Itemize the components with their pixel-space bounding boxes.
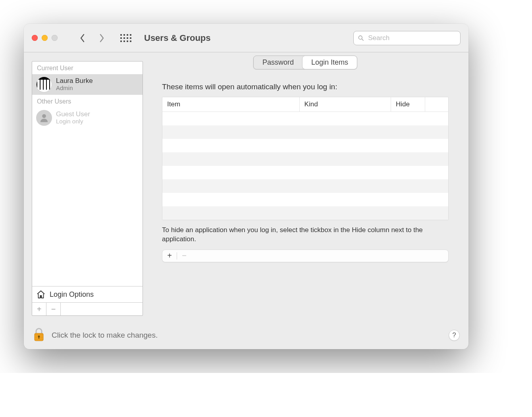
close-window-button[interactable] (32, 35, 38, 41)
show-all-button[interactable] (120, 34, 131, 42)
footer: Click the lock to make changes. ? (24, 321, 468, 349)
login-options-button[interactable]: Login Options (32, 286, 143, 302)
svg-line-1 (362, 39, 363, 40)
user-name: Laura Burke (56, 77, 93, 85)
table-row[interactable] (162, 125, 448, 139)
add-login-item-button[interactable]: + (162, 250, 177, 262)
column-item[interactable]: Item (162, 97, 300, 111)
person-icon (39, 113, 49, 123)
window-controls (32, 35, 58, 41)
remove-user-button[interactable]: − (46, 303, 61, 315)
minimize-window-button[interactable] (42, 35, 48, 41)
other-users-section-label: Other Users (32, 95, 143, 108)
lock-icon (33, 327, 45, 342)
lock-button[interactable] (33, 327, 45, 344)
login-items-hint: To hide an application when you log in, … (162, 226, 449, 244)
sidebar-user-guest[interactable]: Guest User Login only (32, 108, 143, 128)
search-field[interactable] (353, 31, 461, 45)
login-options-label: Login Options (50, 290, 94, 299)
user-role: Login only (56, 118, 90, 125)
table-row[interactable] (162, 166, 448, 179)
help-button[interactable]: ? (449, 330, 460, 341)
table-row[interactable] (162, 206, 448, 220)
current-user-section-label: Current User (32, 61, 143, 74)
content-area: Current User Laura Burke Admin Other Use… (24, 52, 468, 321)
tab-password[interactable]: Password (254, 56, 303, 69)
chevron-right-icon (98, 33, 105, 43)
column-kind[interactable]: Kind (300, 97, 391, 111)
login-items-intro: These items will open automatically when… (162, 83, 449, 91)
chevron-left-icon (79, 33, 86, 43)
forward-button (96, 32, 108, 44)
remove-login-item-button: − (177, 250, 191, 262)
table-row[interactable] (162, 139, 448, 152)
main-panel: Password Login Items These items will op… (150, 61, 461, 316)
avatar (36, 110, 52, 126)
avatar (36, 77, 52, 92)
login-items-table: Item Kind Hide (162, 97, 449, 220)
search-input[interactable] (367, 34, 456, 42)
table-row[interactable] (162, 152, 448, 166)
table-body[interactable] (162, 112, 448, 220)
toolbar: Users & Groups (24, 24, 468, 52)
table-header: Item Kind Hide (162, 97, 448, 112)
user-name: Guest User (56, 111, 90, 118)
users-sidebar: Current User Laura Burke Admin Other Use… (32, 61, 143, 316)
tab-bar: Password Login Items (253, 56, 357, 69)
search-icon (358, 35, 364, 42)
preferences-window: Users & Groups Current User Laura Burke … (24, 24, 468, 349)
window-title: Users & Groups (144, 33, 211, 43)
lock-hint: Click the lock to make changes. (52, 331, 158, 340)
table-row[interactable] (162, 179, 448, 193)
user-role: Admin (56, 85, 93, 92)
svg-rect-3 (40, 296, 42, 298)
piano-keys-icon (37, 77, 52, 92)
back-button[interactable] (77, 32, 89, 44)
sidebar-user-current[interactable]: Laura Burke Admin (32, 74, 143, 95)
sidebar-footer: + − (32, 302, 143, 315)
nav-arrows (77, 32, 108, 44)
svg-rect-6 (39, 337, 39, 339)
column-pad (425, 97, 448, 111)
login-items-add-remove: + − (162, 250, 449, 262)
column-hide[interactable]: Hide (391, 97, 425, 111)
tab-login-items[interactable]: Login Items (303, 56, 357, 69)
svg-point-2 (42, 114, 46, 118)
add-user-button[interactable]: + (32, 303, 46, 315)
table-row[interactable] (162, 193, 448, 206)
house-icon (36, 290, 46, 299)
zoom-window-button (52, 35, 58, 41)
table-row[interactable] (162, 112, 448, 125)
